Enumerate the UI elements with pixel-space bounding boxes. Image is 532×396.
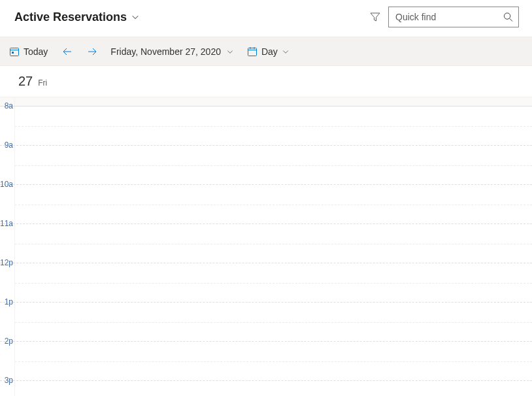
search-box — [388, 7, 519, 27]
prev-button[interactable] — [56, 37, 79, 65]
calendar-toolbar: Today Friday, November 27, 2020 Day — [0, 37, 532, 66]
chevron-down-icon — [282, 48, 290, 56]
calendar-today-icon — [9, 46, 20, 57]
next-button[interactable] — [80, 37, 104, 65]
time-cell[interactable] — [14, 107, 532, 145]
day-abbr: Fri — [38, 78, 47, 88]
day-header: 27 Fri — [0, 66, 532, 97]
time-cell[interactable] — [14, 146, 532, 184]
date-picker[interactable]: Friday, November 27, 2020 — [105, 37, 239, 65]
arrow-right-icon — [87, 46, 97, 57]
view-selector[interactable]: Active Reservations — [14, 10, 140, 24]
current-date-text: Friday, November 27, 2020 — [110, 46, 221, 57]
page-title: Active Reservations — [14, 10, 127, 24]
svg-rect-2 — [12, 52, 14, 54]
time-cell[interactable] — [14, 303, 532, 341]
time-row[interactable]: 12p — [0, 263, 532, 303]
time-label: 12p — [0, 258, 14, 297]
time-grid[interactable]: 8a 9a 10a 11a 12p 1p 2p 3p — [0, 97, 532, 396]
time-cell[interactable] — [14, 342, 532, 380]
view-mode-selector[interactable]: Day — [241, 37, 296, 65]
arrow-left-icon — [62, 46, 73, 57]
time-label: 8a — [0, 101, 14, 140]
svg-point-0 — [504, 13, 510, 19]
time-cell[interactable] — [14, 185, 532, 223]
time-label: 11a — [0, 219, 14, 257]
calendar-area: 27 Fri 8a 9a 10a 11a 12p 1p — [0, 66, 532, 396]
chevron-down-icon — [226, 48, 234, 56]
view-mode-label: Day — [261, 46, 278, 57]
time-row[interactable]: 8a — [0, 107, 532, 146]
time-row[interactable]: 11a — [0, 224, 532, 263]
header-right — [370, 7, 519, 27]
today-button[interactable]: Today — [3, 37, 54, 65]
time-row[interactable]: 2p — [0, 342, 532, 381]
time-row[interactable]: 10a — [0, 185, 532, 224]
today-label: Today — [24, 46, 48, 57]
time-label: 1p — [0, 297, 14, 336]
svg-rect-1 — [10, 48, 19, 56]
time-row[interactable]: 1p — [0, 303, 532, 342]
header: Active Reservations — [0, 0, 532, 37]
time-label: 9a — [0, 140, 14, 179]
search-icon[interactable] — [503, 12, 513, 22]
time-cell[interactable] — [14, 381, 532, 396]
time-label: 2p — [0, 337, 14, 375]
svg-rect-3 — [248, 48, 256, 56]
time-cell[interactable] — [14, 263, 532, 302]
time-row[interactable]: 9a — [0, 146, 532, 185]
allday-cell[interactable] — [14, 97, 532, 106]
time-label: 10a — [0, 180, 14, 218]
filter-icon[interactable] — [370, 12, 380, 22]
day-number: 27 — [18, 74, 33, 88]
time-label: 3p — [0, 376, 14, 396]
chevron-down-icon — [131, 12, 140, 22]
calendar-icon — [247, 46, 258, 57]
time-row[interactable]: 3p — [0, 381, 532, 396]
search-input[interactable] — [389, 7, 518, 27]
time-cell[interactable] — [14, 224, 532, 263]
allday-row[interactable] — [0, 97, 532, 107]
